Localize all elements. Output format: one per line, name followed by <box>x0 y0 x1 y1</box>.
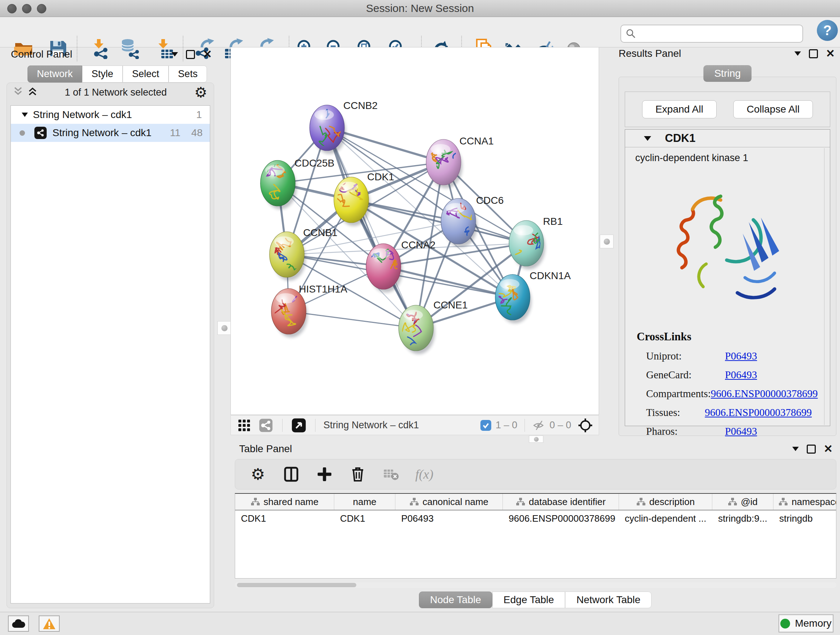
control-panel-float-button[interactable] <box>186 50 195 59</box>
table-cell[interactable]: stringdb <box>774 510 836 526</box>
table-cell[interactable]: cyclin-dependent ... <box>619 510 712 526</box>
control-panel: Control Panel ✕ Network Style Select Set… <box>4 48 217 608</box>
table-cell[interactable]: P06493 <box>395 510 503 526</box>
tab-node-table[interactable]: Node Table <box>419 592 493 608</box>
search-icon <box>625 28 636 39</box>
window-title: Session: New Session <box>0 0 840 17</box>
crosslink-label: Compartments: <box>646 388 711 400</box>
card-scrollbar[interactable] <box>824 148 829 425</box>
tab-network-table[interactable]: Network Table <box>565 592 652 608</box>
column-header--id[interactable]: @id <box>712 494 774 510</box>
help-button[interactable]: ? <box>817 20 838 41</box>
crosslink-row: Pharos:P06493 <box>637 425 812 437</box>
collapse-all-button[interactable]: Collapse All <box>733 100 813 119</box>
expand-all-button[interactable]: Expand All <box>642 100 717 119</box>
show-columns-button[interactable] <box>283 466 300 483</box>
crosslink-link[interactable]: 9606.ENSP00000378699 <box>711 388 818 400</box>
memory-button[interactable]: Memory <box>778 614 834 632</box>
tab-network[interactable]: Network <box>27 65 82 82</box>
network-tree: String Network – cdk1 1 String Network –… <box>11 105 210 603</box>
column-header-shared-name[interactable]: shared name <box>235 494 334 510</box>
double-chevron-down-icon <box>13 87 23 96</box>
table-cell[interactable]: 9606.ENSP00000378699 <box>503 510 619 526</box>
chevron-down-icon <box>792 447 799 451</box>
table-panel-title: Table Panel <box>239 443 292 455</box>
grid-view-button[interactable] <box>236 417 253 434</box>
node-card-header[interactable]: CDK1 <box>625 130 830 147</box>
tab-edge-table[interactable]: Edge Table <box>493 592 565 608</box>
chevron-down-icon <box>172 52 178 57</box>
grid-icon <box>238 419 251 432</box>
network-edge-CCNB2-CCNE1[interactable] <box>327 128 416 328</box>
fit-selected-button[interactable] <box>577 417 594 434</box>
table-settings-gear-icon[interactable]: ⚙ <box>249 466 266 483</box>
table-panel-float-button[interactable] <box>807 445 816 454</box>
column-header-description[interactable]: description <box>619 494 712 510</box>
crosslinks-heading: CrossLinks <box>637 330 812 343</box>
network-collection-row[interactable]: String Network – cdk1 1 <box>11 106 210 124</box>
crosslink-label: GeneCard: <box>646 369 725 381</box>
tab-string[interactable]: String <box>703 65 752 82</box>
crosslink-link[interactable]: P06493 <box>725 369 757 381</box>
network-view-button[interactable] <box>257 417 274 434</box>
table-row[interactable]: CDK1CDK1P064939606.ENSP00000378699cyclin… <box>235 510 836 526</box>
column-header-name[interactable]: name <box>334 494 395 510</box>
column-header-namespace[interactable]: namespace <box>774 494 836 510</box>
table-panel-close-button[interactable]: ✕ <box>824 443 833 454</box>
network-status-dot <box>19 130 25 136</box>
network-row-selected[interactable]: String Network – cdk1 11 48 <box>11 124 210 142</box>
trash-icon <box>351 467 364 482</box>
crosslink-link[interactable]: P06493 <box>725 350 757 362</box>
delete-column-button[interactable] <box>349 466 366 483</box>
scrollbar-thumb[interactable] <box>237 583 356 587</box>
crosshair-icon <box>578 418 593 433</box>
node-label-CDC6: CDC6 <box>476 195 504 206</box>
results-panel-menu-button[interactable] <box>794 51 801 56</box>
tab-select[interactable]: Select <box>123 65 169 82</box>
node-detail-card: CDK1 cyclin-dependent kinase 1 <box>625 129 830 426</box>
results-panel-close-button[interactable]: ✕ <box>826 48 835 59</box>
network-view-statusbar: String Network – cdk1 1 – 0 0 – 0 <box>231 415 599 435</box>
apply-function-button[interactable]: f(x) <box>416 466 433 483</box>
results-panel-float-button[interactable] <box>809 49 818 58</box>
birdseye-view-button[interactable] <box>291 417 307 434</box>
node-count: 11 <box>170 127 180 139</box>
window-statusbar: Memory <box>0 612 840 635</box>
warnings-button[interactable] <box>39 616 60 632</box>
selected-node-edge-count: 1 – 0 <box>496 420 517 431</box>
warning-icon <box>43 618 56 630</box>
expand-all-networks-button[interactable] <box>28 87 37 98</box>
network-panel-gear-icon[interactable]: ⚙ <box>194 85 207 100</box>
control-panel-menu-button[interactable] <box>172 52 178 57</box>
network-canvas[interactable]: CCNB2CCNA1CDC25BCDK1CDC6RB1CCNB1CCNA2CDK… <box>231 47 599 415</box>
table-tabs: Node Table Edge Table Network Table <box>231 592 840 608</box>
create-column-button[interactable] <box>316 466 333 483</box>
right-splitter-handle[interactable] <box>600 234 614 249</box>
column-header-canonical-name[interactable]: canonical name <box>395 494 503 510</box>
collapse-all-networks-button[interactable] <box>13 87 23 98</box>
tab-sets[interactable]: Sets <box>169 65 207 82</box>
memory-label: Memory <box>795 618 831 629</box>
delete-table-button[interactable] <box>383 466 399 483</box>
network-edge-HIST1H1A-CCNE1[interactable] <box>289 311 416 328</box>
table-cell[interactable]: CDK1 <box>235 510 334 526</box>
table-cell[interactable]: CDK1 <box>334 510 395 526</box>
bottom-splitter-handle[interactable] <box>529 435 543 443</box>
table-cell[interactable]: stringdb:9... <box>712 510 774 526</box>
tab-style[interactable]: Style <box>82 65 123 82</box>
cloud-status-button[interactable] <box>8 616 29 632</box>
collapse-caret-icon <box>644 136 651 141</box>
left-splitter-handle[interactable] <box>218 321 231 335</box>
column-header-database-identifier[interactable]: database identifier <box>503 494 619 510</box>
shared-column-icon <box>516 497 525 506</box>
crosslink-link[interactable]: P06493 <box>725 425 757 437</box>
crosslink-link[interactable]: 9606.ENSP00000378699 <box>705 407 812 418</box>
network-icon <box>34 127 47 139</box>
table-panel-menu-button[interactable] <box>792 447 799 451</box>
selected-items-checkbox[interactable] <box>480 420 491 431</box>
share-gray-icon <box>259 418 273 432</box>
control-panel-close-button[interactable]: ✕ <box>203 49 212 60</box>
network-panel-box: 1 of 1 Network selected ⚙ String Network… <box>6 82 214 608</box>
plus-icon <box>317 467 332 481</box>
search-input[interactable] <box>640 28 802 40</box>
